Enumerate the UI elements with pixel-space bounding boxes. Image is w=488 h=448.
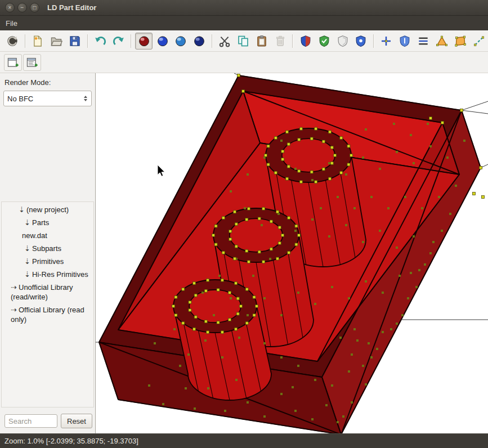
tree-item-label: new.dat (22, 231, 47, 240)
reset-button[interactable]: Reset (61, 414, 92, 428)
expanded-arrow-icon[interactable]: ⇣ (24, 218, 32, 227)
tree-item-new-project[interactable]: ⇣(new project) (2, 203, 93, 216)
viewport-canvas[interactable] (96, 73, 488, 433)
search-input[interactable] (5, 414, 57, 428)
vertex-dot (287, 165, 290, 168)
bfc-shield-blue-button[interactable] (352, 33, 370, 50)
color-swatch-navy-button[interactable] (191, 33, 208, 50)
vertex-dot (286, 131, 289, 133)
vertex-dot (234, 210, 236, 213)
menu-file[interactable]: File (0, 17, 23, 29)
bfc-shield-red-blue-button[interactable] (297, 33, 314, 50)
new-file-button[interactable] (29, 33, 47, 50)
vertex-dot (267, 163, 270, 166)
color-swatch-blue-button[interactable] (154, 33, 171, 50)
vertex-dot (245, 288, 248, 290)
vertex-dot (315, 181, 317, 183)
vertex-dot (329, 131, 332, 133)
sync-button[interactable] (4, 33, 21, 50)
tree-item-new-dat[interactable]: new.dat (2, 229, 93, 242)
add-triangle-button[interactable] (433, 33, 451, 50)
vertex-dot (217, 289, 220, 292)
vertex-dot (288, 217, 290, 219)
vertex-dot (262, 261, 265, 263)
copy-button[interactable] (235, 33, 252, 50)
color-swatch-lightblue-button[interactable] (172, 33, 190, 50)
tree-item-hires-primitives[interactable]: ⇣Hi-Res Primitives (2, 268, 93, 281)
vertex-dot (174, 314, 177, 317)
vertex-dot (270, 248, 272, 250)
bfc-shield-gray-button[interactable] (334, 33, 351, 50)
toolbar-separator (373, 34, 374, 48)
vertex-dot (334, 154, 337, 157)
vertex-dot (239, 305, 242, 308)
tree-item-primitives[interactable]: ⇣Primitives (2, 255, 93, 268)
paste-button[interactable] (253, 33, 271, 50)
vertex-dot (217, 321, 220, 324)
vertex-dot (212, 234, 215, 237)
bfc-shield-green-button[interactable] (315, 33, 333, 50)
add-line-button[interactable] (415, 33, 432, 50)
vertex-dot (330, 162, 333, 164)
combo-spinner-icon[interactable] (84, 96, 87, 101)
collapsed-arrow-icon[interactable]: ⇢ (11, 305, 19, 315)
vertex-dot (204, 289, 207, 292)
vertex-dot (214, 243, 217, 246)
render-mode-value: No BFC (7, 95, 33, 103)
expanded-arrow-icon[interactable]: ⇣ (24, 257, 32, 266)
vertex-dot (286, 177, 289, 180)
vertex-dot (281, 158, 284, 161)
open-text-editor-button[interactable] (23, 54, 41, 71)
add-quad-button[interactable] (451, 33, 469, 50)
vertex-dot (207, 331, 209, 334)
add-vertex-button[interactable] (378, 33, 395, 50)
render-mode-select[interactable]: No BFC (3, 91, 92, 106)
protect-shield-button[interactable] (396, 33, 414, 50)
spinner-down-icon (84, 99, 87, 101)
vertex-dot (193, 282, 196, 285)
vertex-dot (174, 295, 177, 298)
vertex-dot (441, 122, 444, 124)
cut-button[interactable] (216, 33, 234, 50)
sphere-navy-icon (193, 35, 205, 47)
tree-item-label: Official Library (read only) (11, 306, 84, 324)
collapsed-arrow-icon[interactable]: ⇢ (11, 283, 19, 292)
vertex-dot (299, 181, 302, 183)
delete-button[interactable] (271, 33, 289, 50)
tree-item-unofficial-library[interactable]: ⇢Unofficial Library (read/write) (2, 281, 93, 303)
vertex-dot (235, 328, 238, 330)
redo-icon (113, 35, 125, 47)
expanded-arrow-icon[interactable]: ⇣ (24, 270, 32, 279)
expanded-arrow-icon[interactable]: ⇣ (19, 205, 26, 214)
vertex-dot (193, 328, 196, 330)
viewport-3d[interactable] (96, 73, 488, 433)
close-button[interactable]: × (5, 3, 15, 12)
open-3d-view-button[interactable] (4, 54, 22, 71)
viewtext-icon (26, 56, 38, 69)
toolbar-secondary (0, 52, 488, 73)
color-swatch-red-button[interactable] (135, 33, 153, 50)
shield-bluered-icon (299, 35, 312, 47)
spinner-up-icon (84, 96, 87, 98)
expanded-arrow-icon[interactable]: ⇣ (24, 244, 32, 253)
add-condline-button[interactable] (470, 33, 487, 50)
undo-button[interactable] (92, 33, 109, 50)
vertex-dot (267, 145, 270, 147)
save-button[interactable] (66, 33, 84, 50)
vertex-dot (322, 140, 325, 143)
minimize-button[interactable]: − (17, 3, 27, 12)
vertex-dot (288, 251, 290, 254)
toolbar-main (0, 30, 488, 52)
titlebar: × − □ LD Part Editor (0, 0, 488, 16)
tree-item-parts[interactable]: ⇣Parts (2, 216, 93, 229)
vertex-dot (245, 249, 248, 252)
new-file-icon (32, 35, 44, 47)
open-folder-icon (50, 35, 62, 47)
tree-item-subparts[interactable]: ⇣Subparts (2, 242, 93, 255)
vertex-dot (256, 305, 258, 308)
vertex-dot (298, 169, 301, 172)
redo-button[interactable] (110, 33, 127, 50)
maximize-button[interactable]: □ (30, 3, 39, 12)
tree-item-official-library[interactable]: ⇢Official Library (read only) (2, 303, 93, 326)
open-file-button[interactable] (48, 33, 65, 50)
